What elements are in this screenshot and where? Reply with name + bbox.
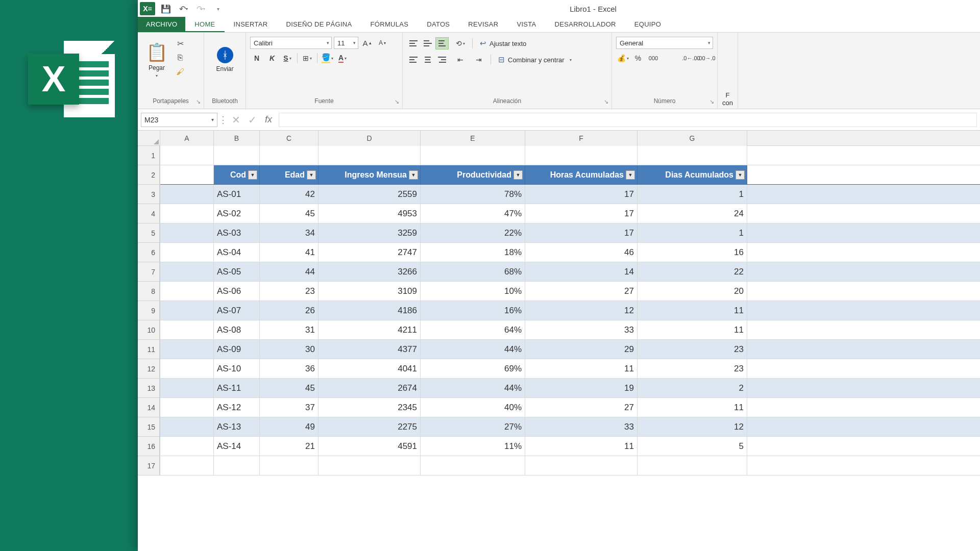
align-bottom-button[interactable] bbox=[435, 37, 449, 49]
accounting-format-button[interactable]: 💰▾ bbox=[616, 52, 629, 64]
table-cell[interactable]: 23 bbox=[638, 340, 747, 359]
font-name-dropdown[interactable]: Calibri▾ bbox=[250, 37, 332, 49]
font-size-dropdown[interactable]: 11▾ bbox=[334, 37, 358, 49]
row-header-5[interactable]: 5 bbox=[138, 223, 160, 243]
cell[interactable] bbox=[525, 146, 638, 165]
table-cell[interactable]: 12 bbox=[638, 417, 747, 436]
table-cell[interactable]: 2 bbox=[638, 379, 747, 397]
column-header-E[interactable]: E bbox=[421, 131, 525, 146]
tab-archivo[interactable]: ARCHIVO bbox=[138, 17, 185, 32]
table-cell[interactable]: 2345 bbox=[318, 398, 421, 417]
fill-color-button[interactable]: 🪣▾ bbox=[321, 52, 334, 64]
copy-button[interactable]: ⎘ bbox=[175, 52, 186, 63]
table-cell[interactable]: 11 bbox=[525, 437, 638, 456]
font-color-button[interactable]: A▾ bbox=[336, 52, 349, 64]
cell[interactable] bbox=[160, 456, 214, 475]
table-cell[interactable]: 17 bbox=[525, 204, 638, 223]
table-cell[interactable]: 10% bbox=[421, 282, 525, 300]
number-format-dropdown[interactable]: General▾ bbox=[616, 37, 713, 49]
table-cell[interactable]: AS-09 bbox=[214, 340, 260, 359]
row-header-17[interactable]: 17 bbox=[138, 456, 160, 475]
align-center-button[interactable] bbox=[421, 54, 434, 66]
tab-home[interactable]: HOME bbox=[185, 17, 224, 32]
redo-button[interactable]: ↷ ▾ bbox=[192, 1, 209, 16]
table-cell[interactable]: 45 bbox=[260, 379, 318, 397]
table-cell[interactable]: 69% bbox=[421, 359, 525, 378]
filter-button[interactable]: ▼ bbox=[248, 170, 257, 180]
formula-bar[interactable] bbox=[279, 113, 977, 127]
row-header-8[interactable]: 8 bbox=[138, 282, 160, 301]
table-cell[interactable]: 26 bbox=[260, 301, 318, 320]
table-cell[interactable]: 11 bbox=[638, 320, 747, 339]
row-header-7[interactable]: 7 bbox=[138, 262, 160, 282]
cell[interactable] bbox=[160, 243, 214, 262]
row-header-10[interactable]: 10 bbox=[138, 320, 160, 340]
table-cell[interactable]: 30 bbox=[260, 340, 318, 359]
table-cell[interactable]: 3259 bbox=[318, 223, 421, 242]
decrease-font-button[interactable]: A▾ bbox=[376, 37, 389, 49]
table-cell[interactable]: AS-02 bbox=[214, 204, 260, 223]
column-header-G[interactable]: G bbox=[638, 131, 747, 146]
table-cell[interactable]: 16% bbox=[421, 301, 525, 320]
filter-button[interactable]: ▼ bbox=[626, 170, 635, 180]
row-header-3[interactable]: 3 bbox=[138, 185, 160, 204]
cell[interactable] bbox=[318, 456, 421, 475]
table-cell[interactable]: 44% bbox=[421, 379, 525, 397]
cell[interactable] bbox=[160, 437, 214, 456]
cell[interactable] bbox=[421, 456, 525, 475]
row-header-11[interactable]: 11 bbox=[138, 340, 160, 359]
cell[interactable] bbox=[638, 146, 747, 165]
format-painter-button[interactable]: 🖌 bbox=[175, 66, 186, 78]
row-header-4[interactable]: 4 bbox=[138, 204, 160, 223]
cancel-formula-button[interactable]: ✕ bbox=[229, 114, 243, 126]
increase-font-button[interactable]: A▴ bbox=[360, 37, 374, 49]
table-cell[interactable]: 27 bbox=[525, 398, 638, 417]
table-cell[interactable]: 33 bbox=[525, 320, 638, 339]
table-cell[interactable]: 45 bbox=[260, 204, 318, 223]
align-left-button[interactable] bbox=[407, 54, 420, 66]
table-cell[interactable]: 23 bbox=[638, 359, 747, 378]
row-header-1[interactable]: 1 bbox=[138, 146, 160, 165]
row-header-2[interactable]: 2 bbox=[138, 165, 160, 185]
table-cell[interactable]: 68% bbox=[421, 262, 525, 281]
table-cell[interactable]: 22% bbox=[421, 223, 525, 242]
table-cell[interactable]: AS-14 bbox=[214, 437, 260, 456]
table-cell[interactable]: 4186 bbox=[318, 301, 421, 320]
cell[interactable] bbox=[421, 146, 525, 165]
table-header-edad[interactable]: Edad▼ bbox=[260, 165, 318, 184]
decrease-indent-button[interactable]: ⇤ bbox=[454, 54, 467, 66]
tab-datos[interactable]: DATOS bbox=[418, 17, 459, 32]
row-header-15[interactable]: 15 bbox=[138, 417, 160, 437]
table-cell[interactable]: 4041 bbox=[318, 359, 421, 378]
table-cell[interactable]: AS-13 bbox=[214, 417, 260, 436]
table-cell[interactable]: 1 bbox=[638, 185, 747, 204]
tab-diseno[interactable]: DISEÑO DE PÁGINA bbox=[277, 17, 361, 32]
tab-insertar[interactable]: INSERTAR bbox=[225, 17, 277, 32]
table-cell[interactable]: 16 bbox=[638, 243, 747, 262]
column-header-D[interactable]: D bbox=[318, 131, 421, 146]
table-cell[interactable]: 46 bbox=[525, 243, 638, 262]
cell[interactable] bbox=[260, 456, 318, 475]
table-cell[interactable]: 20 bbox=[638, 282, 747, 300]
undo-button[interactable]: ↶ ▾ bbox=[175, 1, 192, 16]
cell[interactable] bbox=[525, 456, 638, 475]
table-cell[interactable]: AS-05 bbox=[214, 262, 260, 281]
table-cell[interactable]: 2674 bbox=[318, 379, 421, 397]
table-cell[interactable]: 37 bbox=[260, 398, 318, 417]
cell[interactable] bbox=[160, 379, 214, 397]
table-cell[interactable]: 4377 bbox=[318, 340, 421, 359]
row-header-12[interactable]: 12 bbox=[138, 359, 160, 379]
cell[interactable] bbox=[214, 146, 260, 165]
select-all-corner[interactable] bbox=[138, 131, 160, 146]
save-button[interactable]: 💾 bbox=[157, 1, 175, 16]
cell[interactable] bbox=[160, 223, 214, 242]
table-cell[interactable]: 4953 bbox=[318, 204, 421, 223]
filter-button[interactable]: ▼ bbox=[513, 170, 523, 180]
cell[interactable] bbox=[160, 417, 214, 436]
insert-function-button[interactable]: fx bbox=[261, 114, 276, 125]
tab-equipo[interactable]: EQUIPO bbox=[625, 17, 670, 32]
table-cell[interactable]: 22 bbox=[638, 262, 747, 281]
table-cell[interactable]: AS-04 bbox=[214, 243, 260, 262]
table-cell[interactable]: 4591 bbox=[318, 437, 421, 456]
cell[interactable] bbox=[160, 359, 214, 378]
